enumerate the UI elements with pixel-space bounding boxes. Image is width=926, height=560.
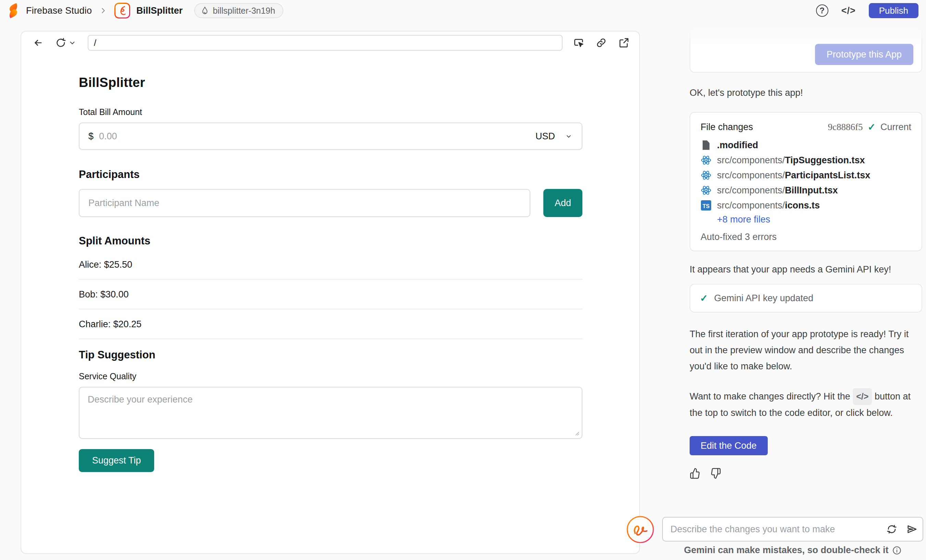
currency-code: USD — [536, 131, 555, 142]
back-arrow-icon — [33, 37, 44, 48]
code-chip: </> — [853, 388, 872, 405]
file-icon — [701, 140, 711, 150]
edit-the-code-button[interactable]: Edit the Code — [690, 436, 768, 455]
tip-suggestion-heading: Tip Suggestion — [79, 349, 602, 361]
split-row: Bob: $30.00 — [79, 280, 583, 309]
chat-input[interactable] — [662, 517, 923, 542]
disclaimer-text: Gemini can make mistakes, so double-chec… — [684, 545, 888, 555]
thumbs-up-button[interactable] — [690, 468, 701, 479]
file-row[interactable]: src/components/TipSuggestion.tsx — [701, 152, 911, 168]
file-name: ParticipantsList.tsx — [785, 170, 870, 181]
url-input[interactable] — [88, 35, 563, 51]
file-changes-title: File changes — [701, 122, 753, 133]
reload-options-button[interactable] — [68, 39, 76, 47]
file-path-prefix: src/components/ — [717, 185, 785, 196]
app-flame-icon — [114, 3, 130, 18]
thumbs-down-button[interactable] — [710, 468, 721, 479]
reload-icon — [56, 37, 67, 48]
preview-window: BillSplitter Total Bill Amount $ USD Par… — [21, 31, 640, 554]
participant-name-input[interactable] — [79, 189, 530, 217]
gemini-chat-panel: Prototype this App OK, let's prototype t… — [664, 0, 926, 560]
experience-textarea[interactable]: Describe your experience — [79, 387, 583, 439]
firebase-logo-icon — [6, 2, 21, 19]
changes-message: Want to make changes directly? Hit the <… — [690, 388, 916, 421]
page-title: BillSplitter — [79, 75, 602, 90]
thumbs-up-icon — [690, 468, 701, 479]
file-path-prefix: src/components/ — [717, 200, 785, 211]
split-amounts-list: Alice: $25.50 Bob: $30.00 Charlie: $20.2… — [79, 250, 583, 339]
currency-select[interactable]: USD — [536, 131, 573, 142]
file-row[interactable]: TS src/components/icons.ts — [701, 198, 911, 213]
regenerate-button[interactable] — [886, 524, 897, 535]
back-button[interactable] — [33, 37, 44, 48]
prototype-card: Prototype this App — [690, 27, 922, 72]
file-path-prefix: src/components/ — [717, 170, 785, 181]
app-preview-content: BillSplitter Total Bill Amount $ USD Par… — [21, 54, 639, 472]
changed-files-list: .modified src/components/TipSuggestion.t… — [701, 137, 911, 213]
file-name: BillInput.tsx — [785, 185, 838, 196]
react-icon — [701, 155, 711, 166]
add-participant-button[interactable]: Add — [543, 189, 583, 217]
api-key-message: It appears that your app needs a Gemini … — [690, 264, 922, 275]
reload-button[interactable] — [56, 37, 67, 48]
droplet-icon — [200, 6, 209, 15]
split-row: Charlie: $20.25 — [79, 309, 583, 339]
service-quality-label: Service Quality — [79, 371, 602, 381]
api-key-status-text: Gemini API key updated — [714, 293, 813, 303]
sync-icon — [886, 524, 897, 535]
preview-toolbar — [21, 32, 639, 54]
typescript-icon: TS — [701, 200, 711, 210]
prototype-this-app-button[interactable]: Prototype this App — [815, 44, 913, 65]
send-button[interactable] — [906, 523, 918, 535]
chevron-down-icon — [564, 132, 573, 140]
split-row: Alice: $25.50 — [79, 250, 583, 280]
intro-message: OK, let's prototype this app! — [690, 88, 922, 98]
bill-amount-input[interactable] — [99, 131, 536, 142]
file-row[interactable]: src/components/BillInput.tsx — [701, 183, 911, 198]
participant-add-row: Add — [79, 189, 583, 217]
changes-text-before: Want to make changes directly? Hit the — [690, 391, 850, 402]
gemini-doodle-icon[interactable] — [626, 516, 654, 543]
total-bill-label: Total Bill Amount — [79, 107, 602, 117]
info-icon[interactable] — [892, 546, 902, 555]
ready-message: The first iteration of your app prototyp… — [690, 326, 916, 374]
react-icon — [701, 185, 711, 196]
open-external-button[interactable] — [618, 37, 629, 48]
commit-status: Current — [881, 122, 911, 133]
file-path-prefix: src/components/ — [717, 155, 785, 166]
product-title[interactable]: Firebase Studio — [26, 6, 92, 16]
autofix-note: Auto-fixed 3 errors — [701, 232, 911, 242]
file-row[interactable]: .modified — [701, 137, 911, 152]
chat-scroll-area[interactable]: Prototype this App OK, let's prototype t… — [664, 0, 926, 479]
bill-amount-field: $ USD — [79, 122, 583, 150]
workspace-badge[interactable]: billsplitter-3n19h — [194, 3, 283, 18]
resize-handle-icon[interactable] — [574, 431, 580, 436]
more-files-link[interactable]: +8 more files — [717, 214, 770, 225]
check-icon: ✓ — [868, 122, 876, 133]
check-icon: ✓ — [700, 293, 708, 304]
thumbs-down-icon — [710, 468, 721, 479]
copy-link-button[interactable] — [595, 37, 607, 48]
file-name: TipSuggestion.tsx — [785, 155, 865, 166]
inspect-button[interactable] — [573, 37, 584, 48]
app-name: BillSplitter — [136, 6, 183, 16]
open-in-new-icon — [618, 37, 629, 48]
workspace-name: billsplitter-3n19h — [213, 6, 275, 16]
participants-heading: Participants — [79, 168, 602, 181]
link-icon — [595, 37, 607, 48]
chevron-down-icon — [68, 39, 76, 47]
breadcrumb-chevron-icon — [99, 7, 107, 14]
commit-hash: 9c8886f5 — [828, 122, 863, 133]
inspect-cursor-icon — [573, 37, 584, 48]
react-icon — [701, 170, 711, 181]
file-name: .modified — [717, 140, 758, 151]
file-name: icons.ts — [785, 200, 820, 211]
breadcrumb: Firebase Studio BillSplitter billsplitte… — [6, 2, 283, 19]
file-row[interactable]: src/components/ParticipantsList.tsx — [701, 168, 911, 183]
send-icon — [906, 523, 918, 535]
feedback-row — [690, 468, 922, 479]
chat-composer — [662, 517, 923, 542]
suggest-tip-button[interactable]: Suggest Tip — [79, 449, 154, 472]
split-amounts-heading: Split Amounts — [79, 235, 602, 247]
textarea-placeholder: Describe your experience — [88, 394, 192, 405]
